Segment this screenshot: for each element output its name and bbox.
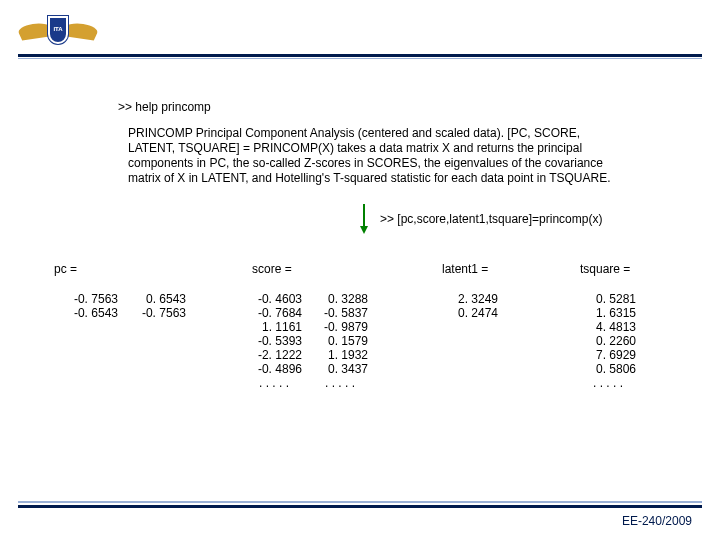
footer-rules [18, 501, 702, 508]
table-row: -0. 4603 0. 3288 [246, 292, 412, 306]
tsquare-header: tsquare = [580, 262, 680, 276]
list-item: 0. 5281 [580, 292, 636, 306]
table-row: 1. 1161 -0. 9879 [246, 320, 412, 334]
pc-matrix: -0. 7563 0. 6543 -0. 6543 -0. 7563 [62, 292, 222, 320]
princomp-call: >> [pc,score,latent1,tsquare]=princomp(x… [380, 212, 602, 226]
table-row: -2. 1222 1. 1932 [246, 348, 412, 362]
header-rule-dark [18, 54, 702, 57]
table-row: . . . . . . . . . . [246, 376, 412, 390]
slide-content: >> help princomp PRINCOMP Principal Comp… [0, 100, 720, 390]
table-row: -0. 7684 -0. 5837 [246, 306, 412, 320]
list-item: 7. 6929 [580, 348, 636, 362]
table-row: -0. 7563 0. 6543 [62, 292, 222, 306]
list-item: 4. 4813 [580, 320, 636, 334]
latent-values: 2. 3249 0. 2474 [412, 292, 552, 320]
tsquare-values: 0. 5281 1. 6315 4. 4813 0. 2260 7. 6929 … [552, 292, 680, 390]
list-item: 0. 5806 [580, 362, 636, 376]
footer-text: EE-240/2009 [622, 514, 692, 528]
list-item: 0. 2474 [442, 306, 498, 320]
slide-header [0, 0, 720, 65]
table-row: -0. 5393 0. 1579 [246, 334, 412, 348]
help-command: >> help princomp [118, 100, 720, 114]
score-header: score = [252, 262, 412, 276]
footer-rule-light [18, 501, 702, 503]
footer-rule-dark [18, 505, 702, 508]
pc-header: pc = [54, 262, 222, 276]
list-item: 1. 6315 [580, 306, 636, 320]
arrow-row: >> [pc,score,latent1,tsquare]=princomp(x… [0, 202, 720, 242]
score-column: score = -0. 4603 0. 3288 -0. 7684 -0. 58… [222, 262, 412, 390]
emblem-icon [48, 16, 68, 44]
tsquare-column: tsquare = 0. 5281 1. 6315 4. 4813 0. 226… [552, 262, 680, 390]
list-item: 0. 2260 [580, 334, 636, 348]
table-row: -0. 6543 -0. 7563 [62, 306, 222, 320]
header-rule-light [18, 58, 702, 59]
score-matrix: -0. 4603 0. 3288 -0. 7684 -0. 5837 1. 11… [246, 292, 412, 390]
table-row: -0. 4896 0. 3437 [246, 362, 412, 376]
princomp-description: PRINCOMP Principal Component Analysis (c… [128, 126, 630, 186]
output-columns: pc = -0. 7563 0. 6543 -0. 6543 -0. 7563 … [0, 262, 720, 390]
list-item: 2. 3249 [442, 292, 498, 306]
latent-header: latent1 = [442, 262, 552, 276]
down-arrow-icon [360, 204, 368, 234]
latent-column: latent1 = 2. 3249 0. 2474 [412, 262, 552, 390]
list-item: . . . . . [580, 376, 636, 390]
ita-logo [18, 10, 98, 50]
pc-column: pc = -0. 7563 0. 6543 -0. 6543 -0. 7563 [54, 262, 222, 390]
